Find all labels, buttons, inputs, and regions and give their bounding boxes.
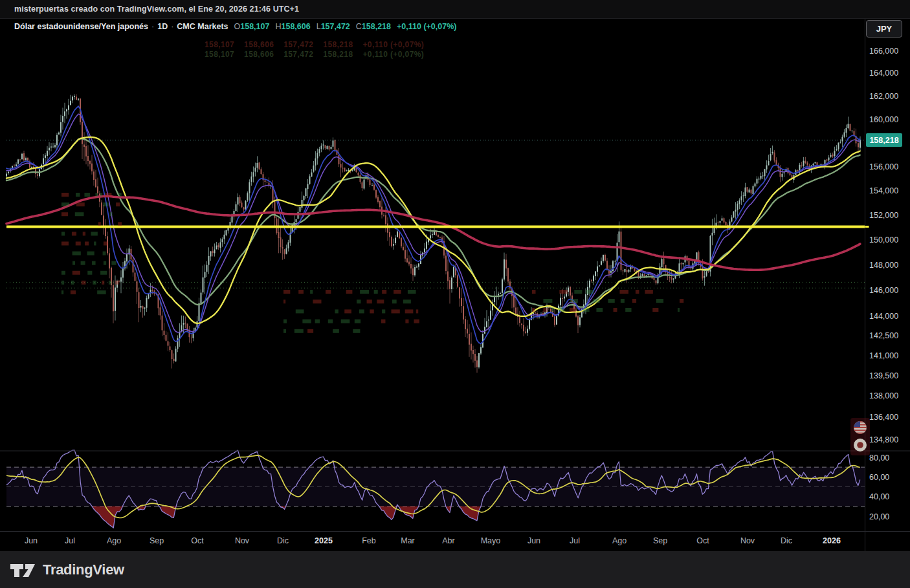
ghost-text-fragment bbox=[296, 309, 304, 313]
ghost-text-fragment bbox=[574, 290, 582, 294]
ghost-text-fragment bbox=[61, 271, 65, 275]
ghost-text-fragment bbox=[93, 281, 96, 285]
ghost-text-fragment bbox=[405, 320, 408, 323]
price-tick-label: 152,000 bbox=[869, 211, 898, 220]
price-pane[interactable] bbox=[0, 18, 865, 451]
ghost-text-fragment bbox=[109, 281, 111, 285]
time-axis[interactable]: JunJulAgoSepOctNovDic2025FebMarAbrMayoJu… bbox=[25, 536, 841, 545]
ghost-text-fragment bbox=[315, 320, 320, 323]
chart-canvas[interactable]: 166,000164,000162,000160,000156,000154,0… bbox=[0, 0, 910, 588]
month-tick-label: Oct bbox=[191, 536, 204, 545]
ghost-text-fragment bbox=[104, 261, 106, 265]
ghost-text-fragment bbox=[344, 309, 351, 313]
ghost-text-fragment bbox=[370, 309, 373, 313]
ghost-text-fragment bbox=[367, 299, 372, 303]
ghost-text-fragment bbox=[294, 329, 304, 333]
ghost-text-fragment bbox=[307, 329, 313, 333]
month-tick-label: Abr bbox=[442, 536, 454, 545]
ghost-text-fragment bbox=[532, 290, 536, 294]
ghost-text-fragment bbox=[94, 241, 96, 245]
month-tick-label: Mayo bbox=[481, 536, 501, 545]
low-label: L bbox=[316, 22, 321, 31]
ghost-text-fragment bbox=[302, 320, 311, 323]
ghost-text-fragment bbox=[593, 299, 599, 303]
year-tick-label: 2025 bbox=[315, 536, 333, 545]
price-tick-label: 134,800 bbox=[869, 435, 898, 444]
symbol-legend[interactable]: Dólar estadounidense/Yen japonés·1D·CMC … bbox=[14, 22, 456, 31]
ghost-text-fragment bbox=[377, 299, 384, 303]
price-tick-label: 141,000 bbox=[869, 351, 898, 360]
ghost-text-fragment bbox=[84, 193, 89, 197]
ghost-legend-artifact: 158,107 158,606 157,472 158,218 +0,110 (… bbox=[205, 50, 424, 59]
ghost-text-fragment bbox=[100, 193, 102, 197]
close-label: C bbox=[356, 22, 362, 31]
ghost-text-fragment bbox=[570, 299, 578, 303]
rsi-pane[interactable] bbox=[6, 450, 865, 528]
ghost-text-fragment bbox=[87, 271, 92, 275]
ghost-text-fragment bbox=[614, 308, 617, 312]
ghost-text-fragment bbox=[625, 308, 631, 312]
japan-flag-icon bbox=[854, 439, 867, 452]
month-tick-label: Ago bbox=[612, 536, 627, 545]
month-tick-label: Jul bbox=[570, 536, 580, 545]
ghost-text-fragment bbox=[71, 290, 76, 294]
ghost-text-fragment bbox=[103, 202, 108, 206]
ghost-text-fragment bbox=[382, 309, 385, 313]
ghost-text-fragment bbox=[110, 212, 113, 216]
ghost-text-fragment bbox=[391, 309, 399, 313]
year-tick-label: 2026 bbox=[823, 536, 841, 545]
ghost-text-fragment bbox=[532, 308, 535, 312]
price-axis[interactable]: 166,000164,000162,000160,000156,000154,0… bbox=[865, 47, 899, 521]
ghost-text-fragment bbox=[61, 281, 64, 285]
ghost-text-fragment bbox=[83, 232, 85, 235]
ghost-text-fragment bbox=[71, 281, 74, 285]
ghost-text-fragment bbox=[403, 299, 411, 303]
attribution-text: misterpuertas creado con TradingView.com… bbox=[14, 5, 299, 14]
ghost-text-fragment bbox=[346, 290, 353, 294]
ghost-text-fragment bbox=[72, 271, 80, 275]
tradingview-logo[interactable]: TradingView bbox=[9, 561, 124, 579]
ghost-text-fragment bbox=[621, 299, 625, 303]
rsi-tick-label: 20,00 bbox=[869, 512, 889, 521]
ghost-text-fragment bbox=[543, 308, 548, 312]
currency-flags bbox=[850, 418, 870, 455]
interval-label[interactable]: 1D bbox=[157, 22, 168, 31]
ghost-text-fragment bbox=[61, 193, 69, 197]
top-attribution-bar: misterpuertas creado con TradingView.com… bbox=[0, 0, 910, 19]
month-tick-label: Feb bbox=[362, 536, 376, 545]
price-tick-label: 139,500 bbox=[869, 371, 898, 380]
ghost-text-fragment bbox=[61, 212, 68, 216]
price-tick-label: 154,000 bbox=[869, 186, 898, 195]
ghost-text-fragment bbox=[91, 232, 97, 235]
ghost-text-fragment bbox=[115, 281, 118, 285]
symbol-title[interactable]: Dólar estadounidense/Yen japonés bbox=[14, 22, 148, 31]
ghost-text-fragment bbox=[374, 290, 378, 294]
month-tick-label: Jul bbox=[65, 536, 75, 545]
ghost-text-fragment bbox=[328, 320, 333, 323]
ghost-text-fragment bbox=[61, 232, 65, 235]
ghost-text-fragment bbox=[414, 320, 419, 323]
ghost-text-fragment bbox=[76, 241, 81, 245]
ghost-text-fragment bbox=[392, 299, 397, 303]
ghost-text-fragment bbox=[636, 290, 639, 294]
ghost-text-fragment bbox=[596, 308, 603, 312]
ghost-text-fragment bbox=[283, 320, 287, 323]
close-value: 158,218 bbox=[362, 22, 391, 31]
currency-toggle-button[interactable]: JPY bbox=[866, 20, 902, 38]
ghost-text-fragment bbox=[310, 290, 313, 294]
ghost-text-fragment bbox=[551, 308, 553, 312]
ghost-text-fragment bbox=[360, 290, 369, 294]
ghost-text-fragment bbox=[326, 290, 331, 294]
month-tick-label: Sep bbox=[653, 536, 667, 545]
ghost-text-fragment bbox=[381, 320, 386, 323]
ghost-text-fragment bbox=[103, 252, 106, 256]
price-tick-label: 166,000 bbox=[869, 47, 898, 56]
ghost-text-fragment bbox=[102, 281, 104, 285]
ghost-text-fragment bbox=[95, 193, 97, 197]
ghost-text-fragment bbox=[583, 308, 590, 312]
high-label: H bbox=[275, 22, 281, 31]
ghost-legend-artifact: 158,107 158,606 157,472 158,218 +0,110 (… bbox=[205, 40, 424, 49]
ghost-text-fragment bbox=[543, 299, 552, 303]
tradingview-logo-icon bbox=[9, 561, 38, 579]
low-value: 157,472 bbox=[321, 22, 350, 31]
